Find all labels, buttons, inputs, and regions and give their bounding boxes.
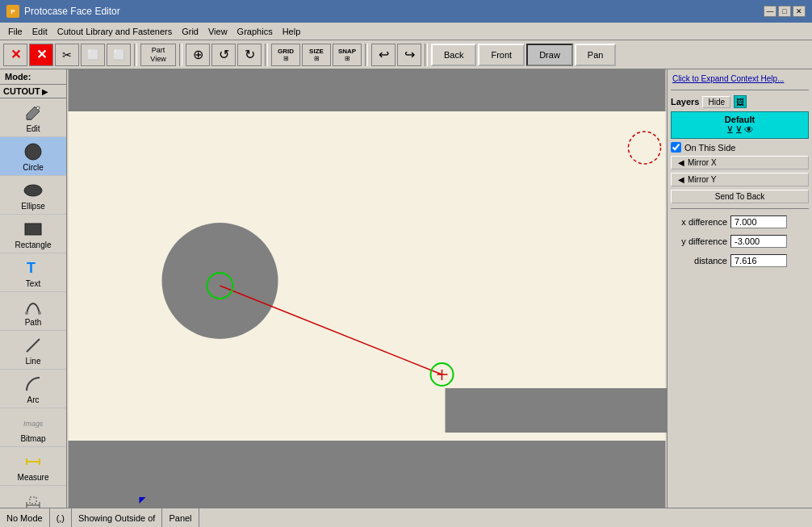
size-label2: ⊞ [314, 55, 320, 62]
y-diff-value: -3.000 [730, 235, 787, 248]
default-label: Default [725, 115, 755, 124]
main-canvas[interactable] [67, 69, 667, 508]
measure-icon [22, 450, 44, 473]
tool-line[interactable]: Line [0, 331, 66, 370]
window-title: Protocase Face Editor [24, 6, 764, 17]
tool-ellipse[interactable]: Ellipse [0, 176, 66, 215]
menu-graphics[interactable]: Graphics [232, 25, 278, 38]
dimension-icon [22, 489, 44, 508]
tool-circle[interactable]: Circle [0, 137, 66, 176]
close-button[interactable]: ✕ [793, 6, 806, 17]
part-view-button[interactable]: Part View [140, 44, 176, 66]
layers-label: Layers [671, 97, 699, 107]
svg-text:T: T [27, 260, 36, 276]
toolbar-separator-4 [365, 44, 368, 66]
minimize-button[interactable]: — [764, 6, 776, 17]
cut-button[interactable]: ✂ [55, 44, 79, 66]
tool-path[interactable]: Path [0, 292, 66, 331]
grid-button[interactable]: GRID ⊞ [271, 44, 300, 66]
paste-button[interactable]: ⬜ [107, 44, 131, 66]
refresh-button[interactable]: ↺ [211, 44, 236, 66]
rectangle-icon [22, 218, 44, 240]
snap-button[interactable]: SNAP ⊞ [333, 44, 362, 66]
draw-button[interactable]: Draw [526, 44, 573, 66]
bitmap-icon: Image [22, 412, 44, 434]
navigate-button[interactable]: ⊕ [186, 44, 210, 66]
menu-file[interactable]: File [3, 25, 27, 38]
status-showing-outside: Showing Outside of [72, 508, 162, 527]
app-icon: P [6, 5, 19, 18]
canvas-area[interactable] [67, 69, 667, 508]
distance-value: 7.616 [730, 254, 787, 267]
mirror-y-label: Mirror Y [688, 175, 716, 184]
repeat-button[interactable]: ↻ [237, 44, 262, 66]
bitmap-label: Bitmap [20, 434, 45, 443]
new-button[interactable]: ✕ [3, 44, 27, 66]
mirror-y-button[interactable]: ◀ Mirror Y [671, 173, 809, 186]
help-text[interactable]: Click to Expand Context Help... [671, 73, 809, 85]
mirror-x-button[interactable]: ◀ Mirror X [671, 156, 809, 169]
main-area: Mode: CUTOUT ▶ Edit Circle Ellipse [0, 69, 812, 508]
svg-rect-19 [69, 69, 666, 111]
tool-edit[interactable]: Edit [0, 98, 66, 137]
layer-icon-eye[interactable]: 👁 [744, 124, 754, 136]
menu-edit[interactable]: Edit [27, 25, 52, 38]
on-this-side-checkbox[interactable] [671, 142, 681, 153]
mirror-x-label: Mirror X [688, 158, 717, 167]
tool-text[interactable]: T Text [0, 253, 66, 292]
menu-help[interactable]: Help [278, 25, 306, 38]
tool-dimension[interactable]: Dimension [0, 486, 66, 508]
svg-point-2 [36, 107, 40, 110]
send-to-back-button[interactable]: Send To Back [671, 190, 809, 203]
back-button[interactable]: Back [431, 44, 476, 66]
mode-header: Mode: [0, 69, 66, 85]
size-button[interactable]: SIZE ⊞ [302, 44, 331, 66]
status-panel: Panel [162, 508, 199, 527]
line-icon [22, 334, 44, 357]
divider-1 [671, 90, 809, 90]
copy-button[interactable]: ⬜ [81, 44, 105, 66]
tool-bitmap[interactable]: Image Bitmap [0, 408, 66, 447]
menu-cutout-library[interactable]: Cutout Library and Fasteners [52, 25, 177, 38]
undo-button[interactable]: ↩ [371, 44, 396, 66]
front-button[interactable]: Front [478, 44, 525, 66]
svg-text:🖼: 🖼 [736, 98, 744, 107]
maximize-button[interactable]: □ [778, 6, 791, 17]
default-layer[interactable]: Default ⊻ ⊻ 👁 [671, 111, 809, 139]
mode-label: Mode: [5, 72, 31, 82]
grid-label2: ⊞ [283, 55, 289, 62]
rectangle-label: Rectangle [15, 240, 51, 249]
circle-label: Circle [23, 163, 44, 172]
status-bar: No Mode (,) Showing Outside of Panel [0, 508, 812, 527]
tool-rectangle[interactable]: Rectangle [0, 215, 66, 253]
arc-icon [22, 373, 44, 395]
svg-point-4 [24, 185, 42, 196]
cutout-label: CUTOUT [3, 86, 40, 96]
status-comma: (,) [50, 508, 72, 527]
layer-icon-1[interactable]: ⊻ [726, 124, 734, 136]
menu-grid[interactable]: Grid [177, 25, 203, 38]
part-view-label1: Part [152, 46, 165, 54]
layer-icon-2[interactable]: ⊻ [735, 124, 743, 136]
pan-button[interactable]: Pan [575, 44, 617, 66]
part-view-label2: View [150, 55, 165, 63]
tool-arc[interactable]: Arc [0, 370, 66, 408]
toolbar-separator-3 [265, 44, 268, 66]
x-diff-label: x difference [671, 217, 727, 227]
toolbar: ✕ ✕ ✂ ⬜ ⬜ Part View ⊕ ↺ ↻ GRID ⊞ SIZE ⊞ … [0, 40, 812, 69]
tool-measure[interactable]: Measure [0, 447, 66, 486]
redo-button[interactable]: ↪ [397, 44, 421, 66]
snap-label: SNAP [338, 48, 356, 55]
layer-settings-icon[interactable]: 🖼 [734, 95, 747, 108]
hide-button[interactable]: Hide [702, 96, 730, 108]
svg-rect-28 [446, 388, 668, 433]
menu-view[interactable]: View [203, 25, 232, 38]
arc-label: Arc [27, 395, 40, 404]
svg-point-7 [25, 312, 28, 315]
x-diff-row: x difference 7.000 [671, 214, 809, 230]
close-file-button[interactable]: ✕ [29, 44, 53, 66]
layers-row: Layers Hide 🖼 [671, 95, 809, 108]
title-bar: P Protocase Face Editor — □ ✕ [0, 0, 812, 23]
sidebar: Mode: CUTOUT ▶ Edit Circle Ellipse [0, 69, 67, 508]
svg-text:Image: Image [23, 420, 43, 428]
